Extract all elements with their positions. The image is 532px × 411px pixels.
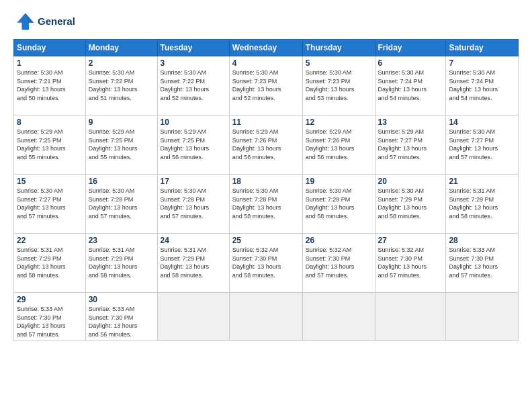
calendar-cell: 4Sunrise: 5:30 AMSunset: 7:23 PMDaylight… — [229, 56, 302, 116]
day-info: Sunrise: 5:30 AMSunset: 7:28 PMDaylight:… — [89, 187, 154, 220]
calendar-cell: 16Sunrise: 5:30 AMSunset: 7:28 PMDayligh… — [85, 175, 157, 234]
day-number: 20 — [378, 177, 443, 186]
calendar-cell: 18Sunrise: 5:30 AMSunset: 7:28 PMDayligh… — [229, 175, 302, 234]
day-number: 15 — [17, 177, 83, 186]
day-number: 4 — [232, 58, 300, 68]
day-number: 11 — [232, 118, 300, 127]
day-number: 12 — [306, 118, 372, 127]
day-number: 26 — [306, 236, 372, 245]
day-info: Sunrise: 5:33 AMSunset: 7:30 PMDaylight:… — [89, 305, 154, 338]
weekday-header-friday: Friday — [375, 40, 446, 56]
logo-text: General — [38, 15, 75, 28]
day-info: Sunrise: 5:29 AMSunset: 7:27 PMDaylight:… — [378, 128, 443, 161]
calendar-cell: 21Sunrise: 5:31 AMSunset: 7:29 PMDayligh… — [446, 175, 519, 234]
calendar-cell: 17Sunrise: 5:30 AMSunset: 7:28 PMDayligh… — [157, 175, 229, 234]
day-number: 16 — [89, 177, 154, 186]
calendar-cell: 11Sunrise: 5:29 AMSunset: 7:26 PMDayligh… — [229, 116, 302, 175]
day-info: Sunrise: 5:30 AMSunset: 7:24 PMDaylight:… — [378, 68, 443, 102]
calendar-table: SundayMondayTuesdayWednesdayThursdayFrid… — [13, 39, 519, 341]
day-number: 10 — [161, 118, 226, 127]
calendar-cell — [375, 293, 446, 341]
day-info: Sunrise: 5:32 AMSunset: 7:30 PMDaylight:… — [306, 246, 372, 279]
header: General — [13, 11, 519, 32]
weekday-header-tuesday: Tuesday — [157, 40, 229, 56]
day-number: 8 — [17, 118, 83, 127]
day-info: Sunrise: 5:31 AMSunset: 7:29 PMDaylight:… — [449, 187, 515, 220]
day-info: Sunrise: 5:30 AMSunset: 7:22 PMDaylight:… — [161, 68, 226, 102]
day-number: 25 — [232, 236, 300, 245]
logo-icon — [13, 11, 35, 32]
page: General SundayMondayTuesdayWednesdayThur… — [0, 0, 532, 411]
day-info: Sunrise: 5:32 AMSunset: 7:30 PMDaylight:… — [378, 246, 443, 279]
day-number: 3 — [161, 58, 226, 68]
day-info: Sunrise: 5:29 AMSunset: 7:26 PMDaylight:… — [232, 128, 300, 161]
weekday-header-monday: Monday — [85, 40, 157, 56]
day-info: Sunrise: 5:29 AMSunset: 7:25 PMDaylight:… — [89, 128, 154, 161]
day-info: Sunrise: 5:30 AMSunset: 7:28 PMDaylight:… — [306, 187, 372, 220]
calendar-cell: 13Sunrise: 5:29 AMSunset: 7:27 PMDayligh… — [375, 116, 446, 175]
day-number: 22 — [17, 236, 83, 245]
day-info: Sunrise: 5:30 AMSunset: 7:27 PMDaylight:… — [17, 187, 83, 220]
calendar-cell: 14Sunrise: 5:30 AMSunset: 7:27 PMDayligh… — [446, 116, 519, 175]
calendar-cell: 25Sunrise: 5:32 AMSunset: 7:30 PMDayligh… — [229, 234, 302, 293]
day-info: Sunrise: 5:29 AMSunset: 7:26 PMDaylight:… — [306, 128, 372, 161]
day-number: 24 — [161, 236, 226, 245]
day-info: Sunrise: 5:30 AMSunset: 7:28 PMDaylight:… — [161, 187, 226, 220]
calendar-cell: 22Sunrise: 5:31 AMSunset: 7:29 PMDayligh… — [14, 234, 86, 293]
day-number: 19 — [306, 177, 372, 186]
calendar-cell: 26Sunrise: 5:32 AMSunset: 7:30 PMDayligh… — [302, 234, 375, 293]
day-number: 6 — [378, 58, 443, 68]
calendar-header-row: SundayMondayTuesdayWednesdayThursdayFrid… — [14, 40, 519, 56]
day-info: Sunrise: 5:30 AMSunset: 7:28 PMDaylight:… — [232, 187, 300, 220]
day-info: Sunrise: 5:30 AMSunset: 7:27 PMDaylight:… — [449, 128, 515, 161]
day-number: 9 — [89, 118, 154, 127]
day-number: 14 — [449, 118, 515, 127]
calendar-cell: 27Sunrise: 5:32 AMSunset: 7:30 PMDayligh… — [375, 234, 446, 293]
calendar-cell — [229, 293, 302, 341]
calendar-cell: 24Sunrise: 5:31 AMSunset: 7:29 PMDayligh… — [157, 234, 229, 293]
day-info: Sunrise: 5:30 AMSunset: 7:23 PMDaylight:… — [306, 68, 372, 102]
day-number: 30 — [89, 295, 154, 304]
calendar-cell: 15Sunrise: 5:30 AMSunset: 7:27 PMDayligh… — [14, 175, 86, 234]
day-info: Sunrise: 5:33 AMSunset: 7:30 PMDaylight:… — [17, 305, 83, 338]
calendar-cell: 12Sunrise: 5:29 AMSunset: 7:26 PMDayligh… — [302, 116, 375, 175]
weekday-header-sunday: Sunday — [14, 40, 86, 56]
day-number: 27 — [378, 236, 443, 245]
calendar-cell: 30Sunrise: 5:33 AMSunset: 7:30 PMDayligh… — [85, 293, 157, 341]
day-info: Sunrise: 5:30 AMSunset: 7:22 PMDaylight:… — [89, 68, 154, 102]
day-number: 5 — [306, 58, 372, 68]
weekday-header-thursday: Thursday — [302, 40, 375, 56]
day-info: Sunrise: 5:30 AMSunset: 7:29 PMDaylight:… — [378, 187, 443, 220]
calendar-cell: 29Sunrise: 5:33 AMSunset: 7:30 PMDayligh… — [14, 293, 86, 341]
calendar-cell: 3Sunrise: 5:30 AMSunset: 7:22 PMDaylight… — [157, 56, 229, 116]
calendar-cell — [446, 293, 519, 341]
weekday-header-wednesday: Wednesday — [229, 40, 302, 56]
calendar-cell: 6Sunrise: 5:30 AMSunset: 7:24 PMDaylight… — [375, 56, 446, 116]
calendar-cell: 1Sunrise: 5:30 AMSunset: 7:21 PMDaylight… — [14, 56, 86, 116]
day-info: Sunrise: 5:29 AMSunset: 7:25 PMDaylight:… — [161, 128, 226, 161]
day-number: 13 — [378, 118, 443, 127]
calendar-cell: 2Sunrise: 5:30 AMSunset: 7:22 PMDaylight… — [85, 56, 157, 116]
calendar-cell: 19Sunrise: 5:30 AMSunset: 7:28 PMDayligh… — [302, 175, 375, 234]
calendar-cell: 23Sunrise: 5:31 AMSunset: 7:29 PMDayligh… — [85, 234, 157, 293]
logo: General — [13, 11, 75, 32]
day-info: Sunrise: 5:29 AMSunset: 7:25 PMDaylight:… — [17, 128, 83, 161]
day-info: Sunrise: 5:31 AMSunset: 7:29 PMDaylight:… — [89, 246, 154, 279]
day-number: 18 — [232, 177, 300, 186]
day-number: 29 — [17, 295, 83, 304]
calendar-cell: 28Sunrise: 5:33 AMSunset: 7:30 PMDayligh… — [446, 234, 519, 293]
calendar-cell: 8Sunrise: 5:29 AMSunset: 7:25 PMDaylight… — [14, 116, 86, 175]
day-info: Sunrise: 5:30 AMSunset: 7:24 PMDaylight:… — [449, 68, 515, 102]
calendar-cell: 20Sunrise: 5:30 AMSunset: 7:29 PMDayligh… — [375, 175, 446, 234]
day-number: 17 — [161, 177, 226, 186]
weekday-header-saturday: Saturday — [446, 40, 519, 56]
day-info: Sunrise: 5:32 AMSunset: 7:30 PMDaylight:… — [232, 246, 300, 279]
day-info: Sunrise: 5:33 AMSunset: 7:30 PMDaylight:… — [449, 246, 515, 279]
day-number: 23 — [89, 236, 154, 245]
day-number: 21 — [449, 177, 515, 186]
day-info: Sunrise: 5:31 AMSunset: 7:29 PMDaylight:… — [161, 246, 226, 279]
day-number: 28 — [449, 236, 515, 245]
day-number: 7 — [449, 58, 515, 68]
day-info: Sunrise: 5:31 AMSunset: 7:29 PMDaylight:… — [17, 246, 83, 279]
day-info: Sunrise: 5:30 AMSunset: 7:23 PMDaylight:… — [232, 68, 300, 102]
